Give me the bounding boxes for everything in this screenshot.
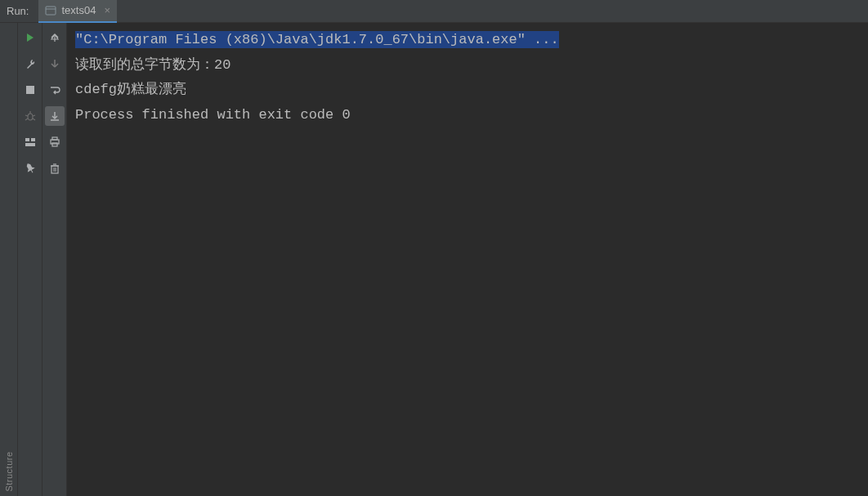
tab-texts04[interactable]: texts04 × (38, 0, 117, 23)
console-line: 读取到的总字节数为：20 (75, 57, 230, 73)
tab-bar: Run: texts04 × (0, 0, 868, 23)
down-arrow-button[interactable] (45, 54, 65, 74)
scroll-to-end-button[interactable] (45, 106, 65, 126)
svg-rect-9 (25, 138, 29, 141)
run-label: Run: (7, 5, 29, 17)
layout-button[interactable] (20, 132, 40, 152)
svg-line-7 (25, 118, 28, 120)
action-toolbar (18, 23, 43, 496)
soft-wrap-button[interactable] (45, 80, 65, 100)
svg-line-8 (33, 118, 35, 120)
vertical-toolbar: Structure (0, 23, 18, 496)
up-arrow-button[interactable] (45, 28, 65, 47)
trash-button[interactable] (45, 159, 65, 178)
svg-rect-19 (51, 166, 58, 173)
console-line-exit: Process finished with exit code 0 (75, 107, 351, 123)
rerun-button[interactable] (20, 28, 40, 47)
console-line: cdefg奶糕最漂亮 (75, 82, 186, 97)
console-output[interactable]: "C:\Program Files (x86)\Java\jdk1.7.0_67… (67, 23, 868, 496)
console-line-command: "C:\Program Files (x86)\Java\jdk1.7.0_67… (75, 31, 559, 48)
svg-rect-0 (46, 7, 56, 15)
close-icon[interactable]: × (104, 4, 110, 16)
application-icon (45, 5, 56, 16)
main-area: Structure (0, 23, 868, 496)
debug-button[interactable] (20, 106, 40, 126)
svg-line-6 (33, 115, 35, 116)
svg-line-5 (25, 115, 28, 116)
nav-toolbar (43, 23, 67, 496)
svg-rect-2 (26, 86, 34, 94)
tab-label: texts04 (61, 4, 96, 16)
pin-button[interactable] (20, 159, 40, 178)
svg-rect-11 (25, 143, 35, 146)
stop-button[interactable] (20, 80, 40, 100)
structure-tool-label[interactable]: Structure (4, 451, 14, 491)
wrench-button[interactable] (20, 54, 40, 74)
svg-rect-10 (31, 138, 35, 141)
print-button[interactable] (45, 132, 65, 152)
svg-point-3 (28, 114, 33, 120)
